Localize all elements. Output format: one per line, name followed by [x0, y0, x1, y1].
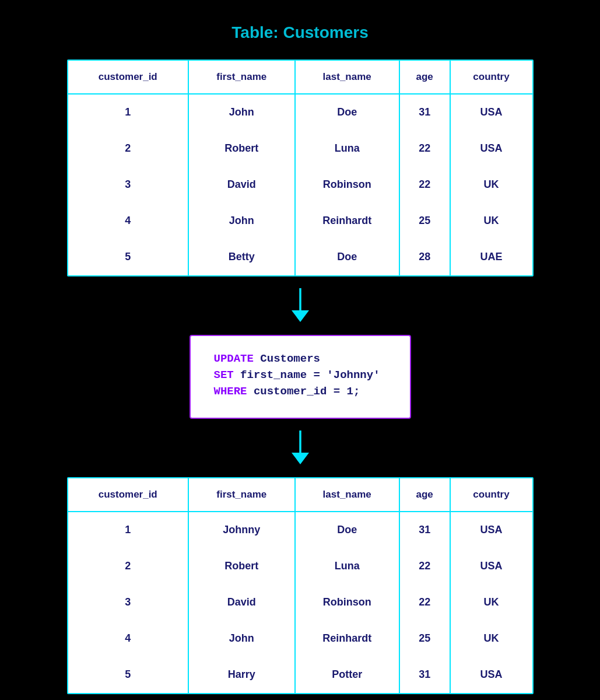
- before-table: customer_id first_name last_name age cou…: [67, 60, 534, 276]
- sql-update-keyword: UPDATE: [214, 352, 254, 365]
- table-cell: 4: [68, 203, 188, 239]
- after-table: customer_id first_name last_name age cou…: [67, 477, 534, 694]
- table-cell: Johnny: [188, 512, 295, 548]
- table-cell: Reinhardt: [295, 203, 399, 239]
- col-header-customer-id: customer_id: [68, 61, 188, 94]
- sql-line-3: WHERE customer_id = 1;: [214, 385, 387, 398]
- sql-line-1: UPDATE Customers: [214, 352, 387, 365]
- table-cell: 28: [399, 239, 450, 275]
- col-header-customer-id-after: customer_id: [68, 478, 188, 512]
- table-cell: USA: [450, 657, 532, 693]
- table-cell: Robert: [188, 131, 295, 167]
- table-cell: 2: [68, 131, 188, 167]
- table-cell: 31: [399, 657, 450, 693]
- col-header-first-name-after: first_name: [188, 478, 295, 512]
- table-cell: UAE: [450, 239, 532, 275]
- table-cell: Robert: [188, 548, 295, 584]
- table-cell: John: [188, 621, 295, 657]
- table-row: 3DavidRobinson22UK: [68, 584, 532, 621]
- sql-where-keyword: WHERE: [214, 385, 247, 398]
- sql-update-rest: Customers: [254, 352, 320, 365]
- arrow-down-1: [289, 288, 312, 323]
- table-cell: 1: [68, 94, 188, 131]
- sql-line-2: SET first_name = 'Johnny': [214, 369, 387, 382]
- table-cell: Luna: [295, 131, 399, 167]
- table-row: 1JohnDoe31USA: [68, 94, 532, 131]
- col-header-last-name: last_name: [295, 61, 399, 94]
- svg-marker-1: [292, 310, 309, 322]
- table-cell: USA: [450, 131, 532, 167]
- table-cell: 3: [68, 584, 188, 621]
- table-cell: 22: [399, 584, 450, 621]
- table-cell: USA: [450, 94, 532, 131]
- table-cell: Robinson: [295, 167, 399, 203]
- table-row: 4JohnReinhardt25UK: [68, 621, 532, 657]
- table-cell: USA: [450, 548, 532, 584]
- sql-where-rest: customer_id = 1;: [247, 385, 360, 398]
- arrow-down-2: [289, 430, 312, 466]
- table-cell: 4: [68, 621, 188, 657]
- table-cell: 5: [68, 239, 188, 275]
- table-row: 2RobertLuna22USA: [68, 548, 532, 584]
- table-cell: John: [188, 203, 295, 239]
- table-cell: 25: [399, 621, 450, 657]
- sql-query-box: UPDATE Customers SET first_name = 'Johnn…: [190, 335, 411, 419]
- table-cell: 3: [68, 167, 188, 203]
- table-cell: Robinson: [295, 584, 399, 621]
- table-cell: Doe: [295, 512, 399, 548]
- col-header-last-name-after: last_name: [295, 478, 399, 512]
- table-cell: Reinhardt: [295, 621, 399, 657]
- table-cell: Doe: [295, 94, 399, 131]
- table-cell: 2: [68, 548, 188, 584]
- table-cell: 31: [399, 94, 450, 131]
- table-cell: 22: [399, 167, 450, 203]
- table-cell: 1: [68, 512, 188, 548]
- svg-marker-3: [292, 453, 309, 464]
- table-cell: John: [188, 94, 295, 131]
- table-row: 5HarryPotter31USA: [68, 657, 532, 693]
- table-cell: USA: [450, 512, 532, 548]
- table-cell: Luna: [295, 548, 399, 584]
- table-row: 3DavidRobinson22UK: [68, 167, 532, 203]
- table-cell: UK: [450, 167, 532, 203]
- col-header-first-name: first_name: [188, 61, 295, 94]
- table-cell: 25: [399, 203, 450, 239]
- table-row: 4JohnReinhardt25UK: [68, 203, 532, 239]
- table-cell: Doe: [295, 239, 399, 275]
- col-header-country-after: country: [450, 478, 532, 512]
- table-cell: David: [188, 167, 295, 203]
- col-header-country: country: [450, 61, 532, 94]
- table-cell: UK: [450, 621, 532, 657]
- sql-set-rest: first_name = 'Johnny': [234, 369, 380, 382]
- table-cell: UK: [450, 203, 532, 239]
- table-cell: Harry: [188, 657, 295, 693]
- table-cell: 5: [68, 657, 188, 693]
- table-cell: 31: [399, 512, 450, 548]
- table-cell: UK: [450, 584, 532, 621]
- table-cell: David: [188, 584, 295, 621]
- col-header-age: age: [399, 61, 450, 94]
- table-cell: Betty: [188, 239, 295, 275]
- col-header-age-after: age: [399, 478, 450, 512]
- table-cell: 22: [399, 548, 450, 584]
- table-cell: 22: [399, 131, 450, 167]
- main-container: Table: Customers customer_id first_name …: [52, 23, 548, 694]
- table-row: 5BettyDoe28UAE: [68, 239, 532, 275]
- page-title: Table: Customers: [231, 23, 368, 42]
- table-cell: Potter: [295, 657, 399, 693]
- table-row: 2RobertLuna22USA: [68, 131, 532, 167]
- sql-set-keyword: SET: [214, 369, 234, 382]
- table-row: 1JohnnyDoe31USA: [68, 512, 532, 548]
